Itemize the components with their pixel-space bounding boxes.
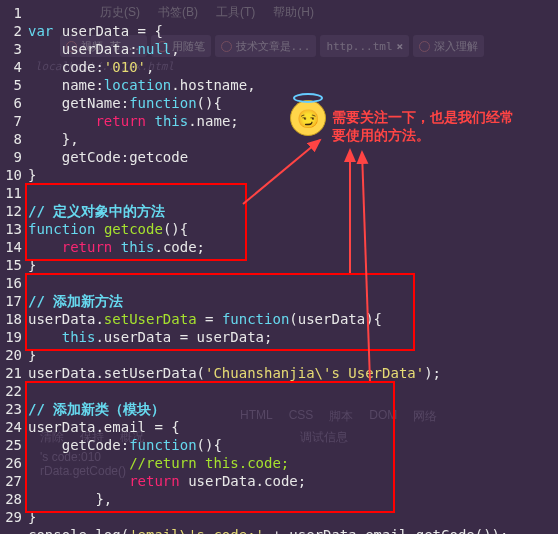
code-line: userData:null, (28, 41, 180, 57)
code-line: return this.name; (28, 113, 239, 129)
code-line: } (28, 167, 36, 183)
code-line: code:'010', (28, 59, 154, 75)
code-line: getCode:getcode (28, 149, 188, 165)
angel-emoji-icon: 😏 (290, 100, 326, 136)
code-line: }, (28, 131, 79, 147)
annotation-box-1 (25, 183, 247, 261)
line-number-gutter: 1 2 3 4 5 6 7 8 9 10 11 12 13 14 15 16 1… (0, 4, 22, 526)
annotation-box-3 (25, 381, 395, 513)
code-line: getName:function(){ (28, 95, 222, 111)
code-line: name:location.hostname, (28, 77, 256, 93)
code-line: userData.setUserData('Chuanshanjia\'s Us… (28, 365, 441, 381)
code-line: var userData = { (28, 23, 163, 39)
annotation-text: 需要关注一下，也是我们经常 要使用的方法。 (332, 108, 514, 144)
code-line: console.log('email\'s code:' + userData.… (28, 527, 508, 534)
annotation-box-2 (25, 273, 415, 351)
